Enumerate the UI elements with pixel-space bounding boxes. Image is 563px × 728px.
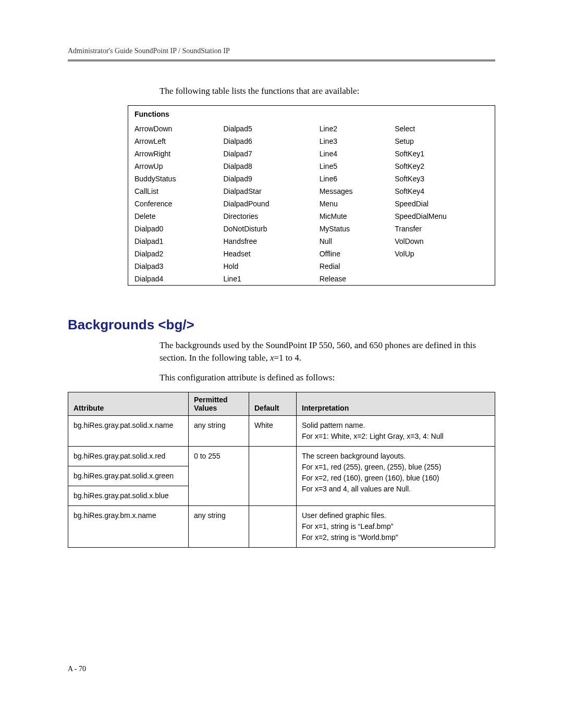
running-header: Administrator's Guide SoundPoint IP / So… [68, 47, 495, 55]
attr-header-row: Attribute Permitted Values Default Inter… [68, 392, 495, 416]
col-attribute: Attribute [68, 392, 189, 416]
functions-header: Functions [128, 105, 495, 122]
table-row: ArrowDownDialpad5Line2Select [128, 122, 495, 135]
table-row: Dialpad3HoldRedial [128, 260, 495, 273]
functions-table: Functions ArrowDownDialpad5Line2Select A… [128, 105, 495, 286]
table-row: ArrowLeftDialpad6Line3Setup [128, 135, 495, 147]
col-permitted: Permitted Values [189, 392, 249, 416]
attr-row: bg.hiRes.gray.bm.x.name any string User … [68, 506, 495, 548]
table-row: CallListDialpadStarMessagesSoftKey4 [128, 185, 495, 198]
table-row: ArrowRightDialpad7Line4SoftKey1 [128, 147, 495, 160]
table-row: Dialpad2HeadsetOfflineVolUp [128, 248, 495, 260]
table-row: Dialpad0DoNotDisturbMyStatusTransfer [128, 223, 495, 235]
table-row: Dialpad4Line1Release [128, 273, 495, 286]
page-number: A - 70 [68, 665, 86, 673]
backgrounds-paragraph-1: The backgrounds used by the SoundPoint I… [160, 339, 495, 364]
table-row: Dialpad1HandsfreeNullVolDown [128, 235, 495, 248]
intro-text: The following table lists the functions … [160, 85, 495, 97]
table-row: BuddyStatusDialpad9Line6SoftKey3 [128, 172, 495, 185]
table-row: ArrowUpDialpad8Line5SoftKey2 [128, 160, 495, 172]
table-row: DeleteDirectoriesMicMuteSpeedDialMenu [128, 210, 495, 223]
page: Administrator's Guide SoundPoint IP / So… [0, 0, 563, 728]
header-rule [68, 59, 495, 61]
attr-row: bg.hiRes.gray.pat.solid.x.name any strin… [68, 416, 495, 447]
col-default: Default [249, 392, 297, 416]
table-row: ConferenceDialpadPoundMenuSpeedDial [128, 198, 495, 210]
backgrounds-paragraph-2: This configuration attribute is defined … [160, 372, 495, 384]
attributes-table: Attribute Permitted Values Default Inter… [68, 392, 495, 548]
section-heading-backgrounds: Backgrounds <bg/> [68, 317, 495, 333]
attr-row: bg.hiRes.gray.pat.solid.x.red bg.hiRes.g… [68, 447, 495, 506]
col-interpretation: Interpretation [297, 392, 495, 416]
